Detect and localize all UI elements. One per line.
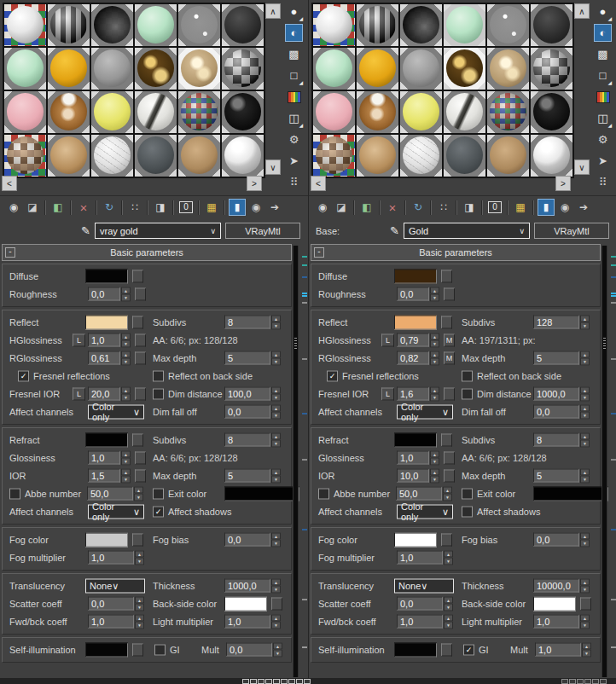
reflect-affect-channels-dropdown[interactable]: Color only∨	[397, 404, 453, 419]
material-id-channel-icon[interactable]: 0	[177, 199, 195, 216]
spin-down-button[interactable]: ▼	[271, 476, 281, 484]
material-slot-dark-gold-sparkle[interactable]	[444, 48, 485, 90]
spin-up-button[interactable]: ▲	[443, 486, 452, 494]
spin-up-button[interactable]: ▲	[580, 315, 590, 322]
fresnel-ior-spinner[interactable]: ▲▼	[121, 386, 131, 401]
fresnel-ior-map-button[interactable]	[135, 387, 146, 400]
sample-type-sphere-icon[interactable]: ●◢	[285, 3, 303, 20]
rglossiness-map-button[interactable]	[135, 351, 146, 364]
fwd-bck-coeff-spinner[interactable]: ▲▼	[444, 614, 453, 629]
material-slot-bw-checker-glossy[interactable]	[531, 48, 572, 90]
spin-down-button[interactable]: ▼	[430, 458, 439, 466]
spin-up-button[interactable]: ▲	[430, 468, 439, 476]
refract-map-button[interactable]	[132, 433, 143, 446]
material-slot-photo-collage-checker[interactable]	[313, 135, 355, 177]
show-end-result-icon[interactable]: ▮	[229, 199, 246, 216]
spin-down-button[interactable]: ▼	[443, 494, 452, 501]
spin-down-button[interactable]: ▼	[273, 650, 282, 658]
material-slot-gold-yellow[interactable]	[357, 48, 398, 90]
refract-max-depth-field[interactable]: 5	[224, 469, 270, 483]
material-slot-slate-gray[interactable]	[135, 135, 177, 177]
dim-distance-field[interactable]: 1000,0	[533, 387, 579, 401]
palette-scroll-down-button[interactable]: ∨	[574, 159, 590, 175]
ior-field[interactable]: 1,5	[88, 469, 120, 483]
spin-down-button[interactable]: ▼	[444, 622, 453, 629]
material-slot-coffee-latte[interactable]	[48, 91, 90, 133]
fresnel-ior-field[interactable]: 1,6	[397, 387, 429, 401]
material-slot-yellow[interactable]	[91, 91, 133, 133]
spin-down-button[interactable]: ▼	[430, 294, 439, 302]
spin-up-button[interactable]: ▲	[271, 532, 281, 540]
roughness-map-button[interactable]	[444, 287, 455, 300]
spin-up-button[interactable]: ▲	[430, 351, 439, 358]
spin-down-button[interactable]: ▼	[134, 494, 143, 501]
spin-up-button[interactable]: ▲	[121, 386, 131, 394]
light-multiplier-field[interactable]: 1,0	[533, 615, 579, 629]
refract-max-depth-spinner[interactable]: ▲▼	[271, 468, 281, 483]
self-illumination-map-button[interactable]	[132, 643, 143, 656]
spin-down-button[interactable]: ▼	[580, 412, 590, 420]
diffuse-color-swatch[interactable]	[85, 269, 128, 283]
go-forward-to-sibling-icon[interactable]: ➔	[575, 199, 592, 216]
make-preview-icon[interactable]: ◫◢	[594, 109, 612, 127]
fog-multiplier-field[interactable]: 1,0	[88, 551, 134, 565]
ior-map-button[interactable]	[135, 469, 146, 482]
material-slot-yellow[interactable]	[400, 91, 442, 133]
spin-up-button[interactable]: ▲	[430, 450, 439, 458]
thickness-spinner[interactable]: ▲▼	[580, 578, 590, 593]
material-slot-matte-gray-dots[interactable]	[178, 4, 220, 46]
select-by-material-icon[interactable]: ➤	[285, 152, 303, 170]
material-slot-dark-gold-sparkle[interactable]	[135, 48, 177, 90]
fog-color-map-button[interactable]	[441, 533, 452, 546]
spin-down-button[interactable]: ▼	[121, 340, 131, 348]
rollout-header[interactable]: - Basic parameters	[311, 244, 601, 261]
put-material-to-scene-icon[interactable]: ◪	[24, 199, 41, 216]
affect-shadows-checkbox[interactable]	[462, 506, 473, 517]
spin-up-button[interactable]: ▲	[582, 642, 591, 650]
spin-up-button[interactable]: ▲	[121, 351, 131, 358]
spin-down-button[interactable]: ▼	[582, 650, 591, 658]
spin-down-button[interactable]: ▼	[121, 476, 131, 484]
exit-color-swatch[interactable]	[533, 486, 608, 501]
hglossiness-field[interactable]: 0,79	[397, 333, 429, 347]
material-slot-coffee-latte[interactable]	[357, 91, 398, 133]
pick-material-dropper-icon[interactable]: ✎	[390, 224, 399, 237]
spin-down-button[interactable]: ▼	[580, 322, 590, 330]
spin-down-button[interactable]: ▼	[121, 458, 131, 466]
spin-up-button[interactable]: ▲	[135, 596, 144, 604]
spin-down-button[interactable]: ▼	[271, 412, 281, 420]
spin-up-button[interactable]: ▲	[135, 614, 144, 622]
gi-checkbox[interactable]	[154, 644, 166, 655]
material-slot-light-wood[interactable]	[48, 135, 90, 177]
hglossiness-spinner[interactable]: ▲▼	[121, 333, 131, 347]
fresnel-ior-lock-button[interactable]: L	[381, 387, 394, 400]
reflect-max-depth-spinner[interactable]: ▲▼	[271, 351, 281, 365]
fog-multiplier-spinner[interactable]: ▲▼	[135, 550, 144, 565]
spin-down-button[interactable]: ▼	[135, 604, 144, 612]
spin-up-button[interactable]: ▲	[271, 351, 281, 358]
refract-glossiness-map-button[interactable]	[135, 451, 146, 464]
refract-subdivs-field[interactable]: 8	[224, 433, 270, 447]
material-slot-black-white-stripes[interactable]	[48, 4, 90, 46]
translucency-dropdown[interactable]: None∨	[85, 578, 145, 593]
reflect-map-button[interactable]	[441, 316, 452, 328]
params-scrollbar-thumb[interactable]	[602, 246, 607, 677]
material-slot-tan-wood[interactable]	[487, 135, 529, 177]
self-illumination-color-swatch[interactable]	[85, 642, 128, 657]
material-slot-slate-gray[interactable]	[444, 135, 485, 177]
collapse-icon[interactable]: -	[314, 247, 324, 258]
spin-up-button[interactable]: ▲	[121, 450, 131, 458]
show-shaded-material-in-viewport-icon[interactable]: ▦	[512, 199, 529, 216]
ior-spinner[interactable]: ▲▼	[121, 468, 131, 483]
material-slot-glossy-black[interactable]	[222, 91, 264, 133]
fresnel-reflections-checkbox[interactable]: ✓	[327, 370, 338, 381]
hglossiness-field[interactable]: 1,0	[88, 333, 120, 347]
material-slot-light-gray-glossy[interactable]	[531, 135, 572, 177]
spin-down-button[interactable]: ▼	[135, 558, 144, 565]
back-side-color-map-button[interactable]	[580, 597, 591, 610]
light-multiplier-spinner[interactable]: ▲▼	[271, 614, 281, 629]
material-name-dropdown[interactable]: Gold ∨	[404, 223, 530, 239]
spin-up-button[interactable]: ▲	[580, 468, 590, 476]
refract-subdivs-spinner[interactable]: ▲▼	[271, 432, 281, 447]
spin-down-button[interactable]: ▼	[580, 540, 590, 548]
